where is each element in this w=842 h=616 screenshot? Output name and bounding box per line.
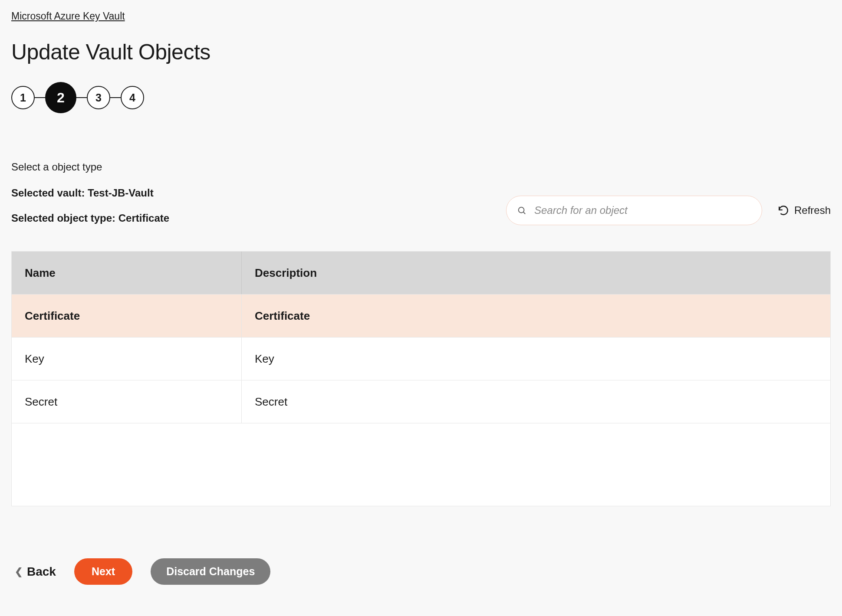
search-field[interactable] bbox=[506, 196, 762, 225]
discard-changes-button[interactable]: Discard Changes bbox=[151, 558, 270, 585]
stepper: 1 2 3 4 bbox=[11, 82, 831, 113]
table-row[interactable]: Certificate Certificate bbox=[12, 295, 830, 337]
step-4[interactable]: 4 bbox=[121, 86, 144, 109]
selected-object-type-label: Selected object type: Certificate bbox=[11, 212, 169, 224]
step-connector bbox=[35, 97, 45, 98]
refresh-button[interactable]: Refresh bbox=[778, 204, 831, 216]
column-header-name: Name bbox=[12, 252, 242, 294]
table-row[interactable]: Secret Secret bbox=[12, 380, 830, 423]
back-button[interactable]: ❮ Back bbox=[15, 565, 56, 579]
step-2[interactable]: 2 bbox=[45, 82, 76, 113]
cell-description: Secret bbox=[242, 395, 830, 409]
selected-vault-label: Selected vault: Test-JB-Vault bbox=[11, 187, 169, 199]
column-header-description: Description bbox=[242, 266, 830, 280]
search-input[interactable] bbox=[534, 204, 751, 216]
section-subtitle: Select a object type bbox=[11, 161, 831, 173]
table-header-row: Name Description bbox=[12, 252, 830, 295]
back-label: Back bbox=[27, 565, 56, 579]
cell-name: Secret bbox=[12, 380, 242, 423]
next-button[interactable]: Next bbox=[74, 558, 132, 585]
cell-description: Key bbox=[242, 352, 830, 366]
refresh-icon bbox=[778, 205, 789, 216]
refresh-label: Refresh bbox=[794, 204, 831, 216]
step-1[interactable]: 1 bbox=[11, 86, 35, 109]
object-type-table: Name Description Certificate Certificate… bbox=[11, 251, 831, 506]
step-connector bbox=[110, 97, 121, 98]
step-3[interactable]: 3 bbox=[87, 86, 110, 109]
table-row[interactable]: Key Key bbox=[12, 337, 830, 380]
cell-name: Key bbox=[12, 337, 242, 380]
search-icon bbox=[517, 206, 526, 215]
breadcrumb[interactable]: Microsoft Azure Key Vault bbox=[11, 10, 125, 22]
cell-name: Certificate bbox=[12, 295, 242, 337]
step-connector bbox=[76, 97, 87, 98]
chevron-left-icon: ❮ bbox=[15, 566, 23, 577]
table-empty-area bbox=[12, 423, 830, 506]
footer-actions: ❮ Back Next Discard Changes bbox=[11, 558, 831, 585]
svg-line-1 bbox=[523, 212, 525, 214]
svg-point-0 bbox=[519, 207, 524, 213]
cell-description: Certificate bbox=[242, 309, 830, 323]
page-title: Update Vault Objects bbox=[11, 39, 831, 65]
